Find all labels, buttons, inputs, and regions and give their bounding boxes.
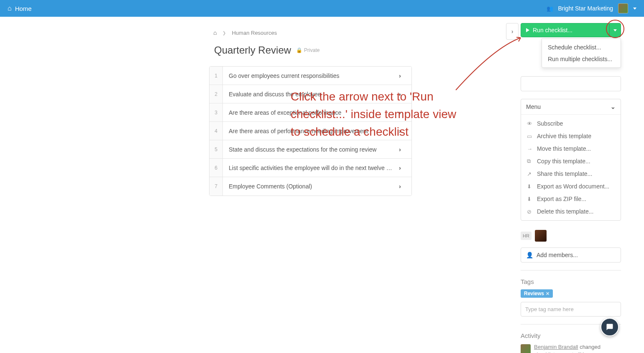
menu-item-label: Delete this template... xyxy=(537,208,593,215)
copy-icon: ⧉ xyxy=(527,158,533,165)
add-members-button[interactable]: 👤 Add members... xyxy=(521,247,621,263)
org-name[interactable]: Bright Star Marketing xyxy=(558,5,613,12)
row-number: 5 xyxy=(210,140,223,158)
home-icon: ⌂ xyxy=(8,5,12,12)
export-word-item[interactable]: ⬇Export as Word document... xyxy=(521,180,621,193)
privacy-badge: 🔒 Private xyxy=(296,47,319,53)
tag-input[interactable]: Type tag name here xyxy=(521,302,621,317)
menu-header-label: Menu xyxy=(526,103,541,110)
row-number: 6 xyxy=(210,159,223,177)
checklist: 1Go over employees current responsibilit… xyxy=(209,66,412,196)
download-icon: ⬇ xyxy=(527,196,533,202)
chat-icon xyxy=(606,323,613,331)
play-icon xyxy=(526,28,529,32)
schedule-checklist-item[interactable]: Schedule checklist... xyxy=(542,41,621,53)
topbar-right: 👥 Bright Star Marketing xyxy=(547,3,637,13)
privacy-label: Private xyxy=(304,47,319,53)
arrow-right-icon: → xyxy=(527,146,533,152)
activity-user[interactable]: Benjamin Brandall xyxy=(534,344,578,350)
list-item[interactable]: 2Evaluate and discuss the employee› xyxy=(210,85,411,103)
delete-item[interactable]: ⊘Delete this template... xyxy=(521,205,621,218)
run-button-group: Run checklist... xyxy=(521,23,621,37)
page-title: Quarterly Review xyxy=(214,44,291,56)
activity-object[interactable]: checklist xyxy=(534,351,555,353)
list-item[interactable]: 1Go over employees current responsibilit… xyxy=(210,67,411,85)
chevron-right-icon: › xyxy=(399,109,411,116)
user-menu-caret-icon[interactable] xyxy=(633,8,636,10)
caret-down-icon xyxy=(613,29,617,31)
archive-item[interactable]: ▭Archive this template xyxy=(521,130,621,142)
chevron-down-icon: ⌄ xyxy=(611,103,616,110)
run-dropdown-toggle[interactable] xyxy=(609,23,621,37)
chevron-right-icon: › xyxy=(399,165,411,171)
run-multiple-item[interactable]: Run multiple checklists... xyxy=(542,53,621,65)
row-text: Are there areas of exceptional performan… xyxy=(223,109,399,116)
home-label: Home xyxy=(15,5,32,12)
row-number: 3 xyxy=(210,103,223,121)
menu-item-label: Copy this template... xyxy=(537,158,590,165)
row-number: 1 xyxy=(210,67,223,85)
activity-field: name xyxy=(555,351,571,353)
home-link[interactable]: ⌂ Home xyxy=(8,5,32,12)
run-checklist-button[interactable]: Run checklist... xyxy=(521,23,609,37)
collapse-sidebar-handle[interactable]: › xyxy=(506,23,519,40)
move-item[interactable]: →Move this template... xyxy=(521,142,621,155)
lock-icon: 🔒 xyxy=(296,47,302,53)
share-item[interactable]: ↗Share this template... xyxy=(521,167,621,180)
activity-rest: to "Harry xyxy=(570,351,593,353)
chevron-right-icon: › xyxy=(511,28,514,35)
tag-badge[interactable]: Reviews ✕ xyxy=(521,289,553,298)
help-fab[interactable] xyxy=(601,318,619,336)
divider xyxy=(521,270,621,271)
list-item[interactable]: 7Employee Comments (Optional)› xyxy=(210,177,411,196)
chevron-right-icon: › xyxy=(399,146,411,153)
edit-template-button[interactable] xyxy=(521,76,621,91)
menu-item-label: Move this template... xyxy=(537,145,591,152)
tag-remove-icon[interactable]: ✕ xyxy=(546,291,549,296)
row-number: 7 xyxy=(210,177,223,196)
list-item[interactable]: 5State and discuss the expectations for … xyxy=(210,140,411,159)
tags-label: Tags xyxy=(521,278,621,285)
activity-verb: changed xyxy=(578,344,601,350)
run-label: Run checklist... xyxy=(533,27,572,33)
menu-item-label: Share this template... xyxy=(537,170,592,177)
row-text: Go over employees current responsibiliti… xyxy=(223,72,399,79)
breadcrumb-folder[interactable]: Human Resources xyxy=(232,30,277,36)
chevron-right-icon: › xyxy=(399,128,411,134)
row-text: Employee Comments (Optional) xyxy=(223,183,399,190)
row-number: 4 xyxy=(210,122,223,140)
chevron-right-icon: ❯ xyxy=(222,31,226,35)
run-dropdown-menu: Schedule checklist... Run multiple check… xyxy=(542,39,621,68)
member-avatar[interactable] xyxy=(535,230,547,242)
export-zip-item[interactable]: ⬇Export as ZIP file... xyxy=(521,193,621,205)
menu-item-label: Export as Word document... xyxy=(537,183,609,190)
row-number: 2 xyxy=(210,85,223,103)
eye-icon: 👁 xyxy=(527,121,533,127)
download-icon: ⬇ xyxy=(527,183,533,190)
add-members-label: Add members... xyxy=(537,252,578,258)
tag-text: Reviews xyxy=(524,291,544,296)
share-icon: ↗ xyxy=(527,171,533,177)
chevron-right-icon: › xyxy=(399,91,411,98)
list-item[interactable]: 4Are there areas of performance needing … xyxy=(210,122,411,140)
menu-header[interactable]: Menu ⌄ xyxy=(521,99,621,115)
row-text: State and discuss the expectations for t… xyxy=(223,146,399,153)
delete-icon: ⊘ xyxy=(527,209,533,215)
breadcrumb-home-icon[interactable]: ⌂ xyxy=(213,29,217,36)
member-badge[interactable]: HR xyxy=(521,232,532,240)
list-item[interactable]: 3Are there areas of exceptional performa… xyxy=(210,103,411,122)
activity-text: Benjamin Brandall changed checklist name… xyxy=(534,343,621,353)
list-item[interactable]: 6List specific activities the employee w… xyxy=(210,159,411,177)
members-row: HR xyxy=(521,230,621,242)
copy-item[interactable]: ⧉Copy this template... xyxy=(521,155,621,167)
avatar[interactable] xyxy=(618,3,628,13)
row-text: Are there areas of performance needing i… xyxy=(223,128,399,134)
row-text: List specific activities the employee wi… xyxy=(223,165,399,171)
archive-icon: ▭ xyxy=(527,133,533,139)
row-text: Evaluate and discuss the employee xyxy=(223,91,399,98)
activity-item: Benjamin Brandall changed checklist name… xyxy=(521,343,621,353)
menu-panel: Menu ⌄ 👁Subscribe ▭Archive this template… xyxy=(521,99,621,221)
subscribe-item[interactable]: 👁Subscribe xyxy=(521,117,621,130)
menu-item-label: Archive this template xyxy=(537,133,591,139)
user-icon: 👤 xyxy=(526,252,533,258)
